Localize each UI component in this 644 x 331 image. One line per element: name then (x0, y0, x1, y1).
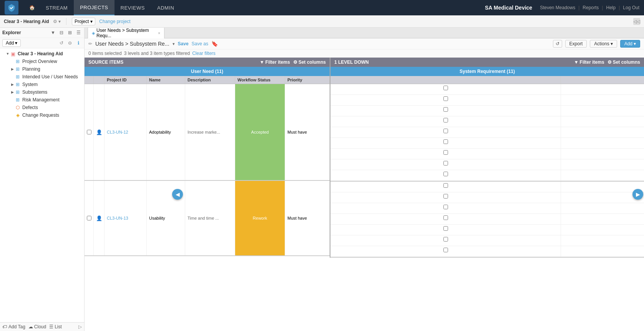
left-cell-pid-0[interactable]: CL3-UN-12 (105, 84, 147, 180)
actions-btn[interactable]: Actions ▾ (590, 40, 617, 48)
right-cb-0-8[interactable] (330, 170, 561, 180)
tree-item-4[interactable]: ▶ ⊞ Subsystems (0, 88, 84, 96)
left-cell-icon-1: 👤 (94, 181, 105, 255)
tree-item-3[interactable]: ▶ ⊞ System (0, 81, 84, 88)
refresh-btn[interactable]: ↺ (553, 40, 562, 48)
nav-home[interactable]: 🏠 (25, 0, 40, 15)
right-cb-1-6[interactable] (330, 246, 561, 257)
left-cell-pid-1[interactable]: CL3-UN-13 (105, 181, 147, 255)
nav-stream[interactable]: STREAM (40, 0, 74, 15)
nav-user[interactable]: Steven Meadows (540, 5, 575, 10)
tree-item-1[interactable]: ▶ ⊞ Planning (0, 65, 84, 73)
tree-item-2[interactable]: ⊞ Intended Use / User Needs (0, 73, 84, 81)
right-cb-1-0[interactable] (330, 182, 561, 192)
right-row-1-6: ▣ CL3-SR-21 SymbianOS Integration Many h… (330, 246, 644, 257)
nav-projects[interactable]: PROJECTS (74, 0, 114, 15)
right-cb-0-5[interactable] (330, 138, 561, 148)
nav-help[interactable]: Help (606, 5, 616, 10)
right-set-columns-btn[interactable]: ⚙ Set columns (607, 60, 640, 65)
right-cb-0-7[interactable] (330, 159, 561, 170)
right-col-icon (561, 76, 644, 84)
tree-item-7[interactable]: ◈ Change Requests (0, 111, 84, 119)
right-icon-0-6: ▣ (561, 149, 644, 159)
tab-main[interactable]: ◈ User Needs > Subsystem Requ... × (88, 28, 164, 40)
right-cb-0-0[interactable] (330, 84, 561, 94)
sidebar-info-icon[interactable]: ℹ (75, 40, 82, 46)
project-dropdown-icon: ▾ (90, 19, 93, 24)
source-col-headers: Project ID Name Description Workflow Sta… (85, 76, 330, 84)
tree-item-project[interactable]: ▼ ▣ Clear 3 - Hearing Aid (0, 50, 84, 58)
sep2: | (602, 5, 603, 10)
add-main-btn[interactable]: Add ▾ (620, 40, 640, 48)
export-btn[interactable]: Export (565, 40, 587, 48)
sidebar-expand-right-icon[interactable]: ▷ (78, 324, 82, 329)
left-cell-ws-1: Rework (235, 181, 285, 255)
nav-arrow-left[interactable]: ◀ (172, 189, 183, 200)
nav-reports[interactable]: Reports (583, 5, 599, 10)
sidebar-view2-btn[interactable]: ⊞ (66, 29, 73, 36)
source-col-desc[interactable]: Description (185, 76, 235, 84)
right-cb-1-5[interactable] (330, 235, 561, 246)
source-set-columns-btn[interactable]: ⚙ Set columns (293, 60, 326, 65)
tree-item-icon-7: ◈ (15, 112, 21, 118)
right-cb-0-3[interactable] (330, 116, 561, 127)
source-col-ws[interactable]: Workflow Status (235, 76, 285, 84)
nav-arrow-right[interactable]: ▶ (632, 189, 643, 200)
source-col-pid[interactable]: Project ID (105, 76, 147, 84)
cloud-btn[interactable]: ☁ Cloud (28, 324, 46, 329)
right-cb-0-4[interactable] (330, 127, 561, 137)
tree-toggle-3[interactable]: ▶ (10, 82, 15, 87)
left-cell-cb-0[interactable] (85, 84, 94, 180)
clear-filters-link[interactable]: Clear filters (192, 51, 216, 56)
save-as-btn[interactable]: Save as (192, 41, 208, 46)
sidebar-refresh-icon[interactable]: ↺ (58, 40, 65, 46)
right-cb-1-2[interactable] (330, 203, 561, 213)
tree-item-6[interactable]: ⬡ Defects (0, 104, 84, 111)
trace-table: SOURCE ITEMS ▼ Filter items ⚙ Set column… (85, 58, 644, 258)
view-dropdown-btn[interactable]: ▾ (173, 41, 175, 46)
source-header-label: SOURCE ITEMS (88, 60, 123, 65)
tab-label: User Needs > Subsystem Requ... (96, 28, 155, 38)
project-selector[interactable]: Project ▾ (72, 18, 95, 25)
save-btn[interactable]: Save (178, 41, 189, 46)
source-col-name[interactable]: Name (147, 76, 185, 84)
set-col-icon-right: ⚙ (607, 60, 612, 65)
tree-toggle-1[interactable]: ▶ (10, 67, 15, 71)
add-button[interactable]: Add ▾ (2, 39, 21, 47)
sidebar-filter-btn[interactable]: ▼ (50, 29, 56, 36)
right-cb-0-2[interactable] (330, 106, 561, 116)
list-btn[interactable]: ☰ List (49, 324, 62, 329)
tab-close-icon[interactable]: × (158, 31, 160, 35)
left-cell-prio-0: Must have (285, 84, 330, 180)
add-tag-btn[interactable]: 🏷 Add Tag (2, 324, 25, 329)
sidebar-view1-btn[interactable]: ⊟ (58, 29, 65, 36)
right-cb-0-6[interactable] (330, 149, 561, 159)
nav-logout[interactable]: Log Out (623, 5, 639, 10)
breadcrumb-settings[interactable]: ⚙ ▾ (53, 19, 61, 24)
source-filter-items-btn[interactable]: ▼ Filter items (260, 60, 290, 65)
cloud-icon: ☁ (28, 324, 33, 329)
sidebar-view3-btn[interactable]: ☰ (75, 29, 82, 36)
source-col-icon (94, 76, 105, 84)
right-cb-1-3[interactable] (330, 214, 561, 224)
source-col-prio[interactable]: Priority (285, 76, 330, 84)
left-cell-cb-1[interactable] (85, 181, 94, 255)
change-project-link[interactable]: Change project (99, 19, 130, 24)
tree-item-5[interactable]: ⊞ Risk Management (0, 96, 84, 104)
nav-admin[interactable]: ADMIN (151, 0, 180, 15)
right-cb-0-1[interactable] (330, 95, 561, 105)
right-filter-items-btn[interactable]: ▼ Filter items (574, 60, 604, 65)
edit-icon[interactable]: ✏ (88, 41, 92, 46)
tree-toggle-4[interactable]: ▶ (10, 90, 15, 94)
nav-reviews[interactable]: REVIEWS (115, 0, 151, 15)
tree-item-0[interactable]: ⊞ Project Overview (0, 58, 84, 65)
sidebar-collapse-icon[interactable]: ⊖ (66, 40, 73, 46)
collapse-sidebar-btn[interactable]: ◁◁ (633, 18, 640, 25)
bookmark-icon[interactable]: 🔖 (211, 41, 218, 47)
right-row-0-6: ▣ CL3-SR-20 iOS Integration Many hearing… (330, 149, 644, 159)
left-cell-desc-1: Time and time ... (185, 181, 235, 255)
right-cb-1-1[interactable] (330, 192, 561, 203)
right-cb-1-4[interactable] (330, 225, 561, 235)
sep3: | (619, 5, 620, 10)
tree-toggle-project[interactable]: ▼ (5, 51, 10, 56)
